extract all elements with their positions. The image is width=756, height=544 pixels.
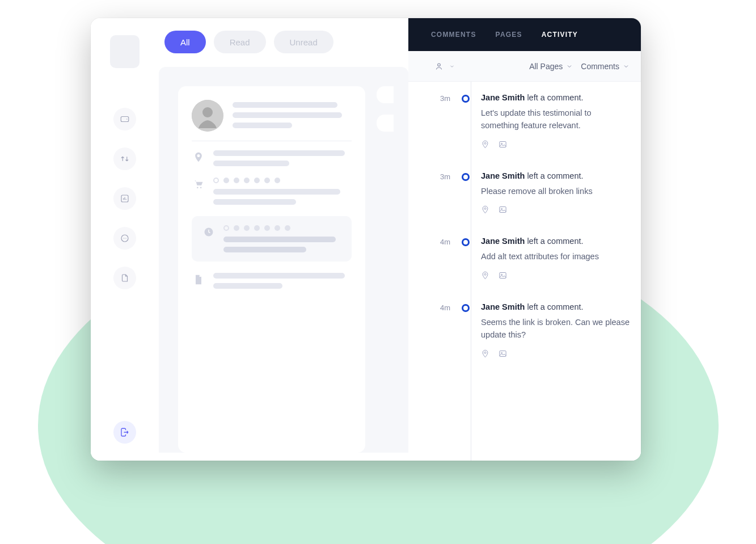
- svg-point-6: [200, 187, 202, 189]
- activity-heading: Jane Smith left a comment.: [481, 93, 630, 102]
- content-area: [159, 67, 408, 453]
- filter-read[interactable]: Read: [214, 31, 266, 53]
- filter-unread[interactable]: Unread: [274, 31, 333, 53]
- image-icon[interactable]: [499, 205, 507, 214]
- skeleton-dot: [223, 225, 229, 231]
- activity-text: Seems the link is broken. Can we please …: [481, 316, 630, 341]
- image-icon[interactable]: [499, 140, 507, 149]
- location-pin-icon[interactable]: [481, 140, 489, 149]
- skeleton-line: [223, 237, 336, 242]
- svg-rect-10: [500, 141, 506, 147]
- activity-time: 4m: [434, 237, 450, 246]
- skeleton-dot: [264, 225, 270, 231]
- skeleton-dot: [234, 178, 239, 183]
- skeleton-dot: [223, 178, 229, 183]
- tab-activity[interactable]: ACTIVITY: [542, 31, 578, 39]
- panel-filters: All Pages Comments: [408, 51, 641, 82]
- sidebar: [91, 18, 159, 461]
- svg-rect-0: [121, 117, 129, 122]
- skeleton-line: [233, 102, 337, 108]
- nav-wallet-icon[interactable]: [113, 108, 136, 130]
- activity-item: 3m Jane Smith left a comment. Let's upda…: [434, 93, 630, 149]
- svg-point-8: [438, 64, 441, 66]
- skeleton-line: [223, 247, 306, 252]
- skeleton-line: [213, 161, 289, 166]
- svg-point-9: [484, 142, 486, 144]
- svg-point-15: [484, 273, 486, 275]
- skeleton-line: [233, 112, 342, 118]
- skeleton-dot: [244, 225, 250, 231]
- svg-point-5: [197, 187, 198, 189]
- activity-item: 4m Jane Smith left a comment. Add alt te…: [434, 237, 630, 279]
- pages-dropdown[interactable]: All Pages: [529, 62, 573, 71]
- activity-panel: COMMENTS PAGES ACTIVITY All Pages Commen…: [408, 18, 641, 461]
- skeleton-dot: [274, 225, 280, 231]
- cart-icon: [192, 178, 205, 191]
- pages-dropdown-label: All Pages: [529, 62, 563, 71]
- nav-icons: [113, 108, 136, 421]
- activity-item: 4m Jane Smith left a comment. Seems the …: [434, 302, 630, 358]
- nav-transfer-icon[interactable]: [113, 147, 136, 170]
- skeleton-line: [213, 189, 340, 195]
- image-icon[interactable]: [499, 349, 507, 358]
- logo-placeholder: [110, 35, 140, 68]
- feed-card-peek: [377, 115, 394, 132]
- skeleton-dot: [285, 225, 290, 231]
- skeleton-line: [213, 199, 296, 205]
- skeleton-line: [233, 123, 292, 128]
- activity-heading: Jane Smith left a comment.: [481, 302, 630, 311]
- skeleton-dot: [264, 178, 270, 183]
- type-dropdown[interactable]: Comments: [581, 62, 630, 71]
- activity-heading: Jane Smith left a comment.: [481, 171, 630, 180]
- location-pin-icon[interactable]: [481, 205, 489, 214]
- skeleton-dot: [213, 178, 219, 183]
- svg-rect-19: [500, 351, 506, 356]
- timeline-dot-icon: [462, 304, 470, 312]
- nav-analytics-icon[interactable]: [113, 187, 136, 210]
- main-content: All Read Unread: [159, 18, 408, 461]
- svg-point-12: [484, 208, 486, 209]
- tab-comments[interactable]: COMMENTS: [431, 31, 476, 39]
- nav-chat-icon[interactable]: [113, 227, 136, 250]
- activity-time: 3m: [434, 93, 450, 103]
- skeleton-line: [213, 273, 345, 279]
- activity-timeline: 3m Jane Smith left a comment. Let's upda…: [408, 82, 641, 461]
- secondary-cards: [377, 86, 394, 453]
- feed-card: [178, 86, 365, 453]
- clock-icon: [202, 225, 216, 239]
- file-icon: [192, 273, 205, 286]
- skeleton-dot: [244, 178, 250, 183]
- tab-pages[interactable]: PAGES: [496, 31, 522, 39]
- svg-point-18: [484, 352, 486, 353]
- avatar: [192, 100, 223, 132]
- feed-card-peek: [377, 86, 394, 103]
- activity-text: Add alt text attributes for images: [481, 250, 630, 263]
- user-filter[interactable]: [434, 62, 455, 71]
- filter-all[interactable]: All: [164, 31, 206, 53]
- location-icon: [192, 150, 205, 164]
- nav-document-icon[interactable]: [113, 267, 136, 289]
- timeline-dot-icon: [462, 238, 470, 246]
- type-dropdown-label: Comments: [581, 62, 619, 71]
- skeleton-line: [213, 150, 345, 156]
- skeleton-dot: [254, 178, 260, 183]
- activity-item: 3m Jane Smith left a comment. Please rem…: [434, 171, 630, 214]
- activity-heading: Jane Smith left a comment.: [481, 237, 630, 246]
- skeleton-line: [213, 283, 282, 289]
- svg-point-4: [202, 107, 213, 117]
- image-icon[interactable]: [499, 271, 507, 280]
- activity-text: Let's update this testimonial to somethi…: [481, 107, 630, 132]
- skeleton-dot: [234, 225, 239, 231]
- logout-button[interactable]: [113, 421, 136, 444]
- timeline-dot-icon: [462, 95, 470, 103]
- filter-pills: All Read Unread: [159, 31, 408, 53]
- location-pin-icon[interactable]: [481, 349, 489, 358]
- activity-time: 3m: [434, 171, 450, 181]
- activity-text: Please remove all broken links: [481, 185, 630, 197]
- skeleton-dot: [254, 225, 260, 231]
- svg-rect-16: [500, 272, 506, 278]
- timeline-dot-icon: [462, 173, 470, 181]
- divider: [192, 141, 352, 141]
- location-pin-icon[interactable]: [481, 271, 489, 280]
- nested-card: [192, 216, 352, 262]
